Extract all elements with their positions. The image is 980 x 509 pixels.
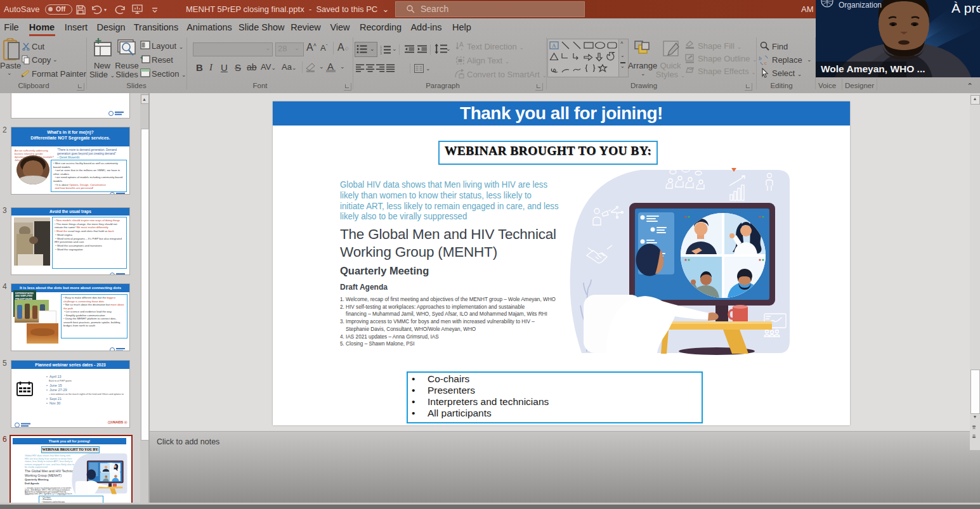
svg-text:A: A xyxy=(459,41,464,48)
svg-text:A: A xyxy=(552,42,556,49)
svg-text:b: b xyxy=(759,55,762,61)
svg-text:c: c xyxy=(764,60,767,65)
svg-text:3: 3 xyxy=(380,51,382,55)
